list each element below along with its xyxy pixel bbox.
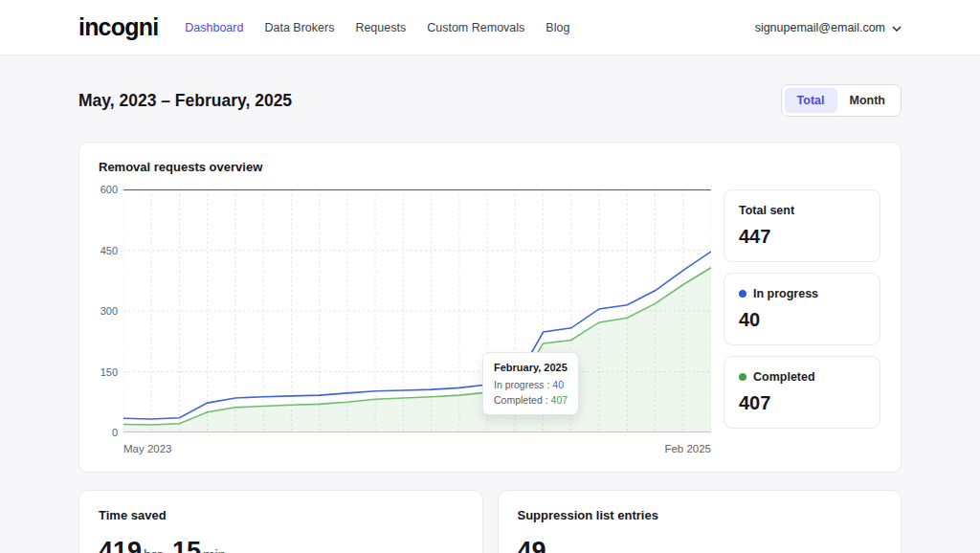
account-menu[interactable]: signupemail@email.com bbox=[755, 21, 902, 34]
removal-requests-chart[interactable] bbox=[123, 189, 711, 432]
stat-completed-value: 407 bbox=[739, 392, 865, 414]
y-tick-label: 600 bbox=[100, 184, 118, 195]
page-head: May, 2023 – February, 2025 Total Month bbox=[78, 84, 902, 117]
removal-requests-card: Removal requests overview 6004503001500 … bbox=[78, 142, 902, 473]
view-toggle: Total Month bbox=[781, 84, 902, 117]
chart-tooltip: February, 2025 In progress : 40 Complete… bbox=[482, 352, 579, 415]
y-tick-label: 0 bbox=[112, 427, 118, 438]
time-saved-hours-unit: hrs bbox=[144, 546, 164, 553]
chevron-down-icon bbox=[892, 21, 902, 34]
suppression-list-title: Suppression list entries bbox=[518, 508, 882, 522]
stat-total-sent-value: 447 bbox=[739, 226, 865, 248]
removal-requests-title: Removal requests overview bbox=[99, 160, 881, 174]
y-tick-label: 300 bbox=[100, 305, 118, 317]
y-tick-label: 450 bbox=[100, 245, 118, 256]
stat-in-progress-label: In progress bbox=[753, 287, 818, 300]
top-navbar: incogni Dashboard Data Brokers Requests … bbox=[0, 0, 980, 55]
time-saved-minutes-unit: min bbox=[203, 546, 226, 553]
nav-data-brokers[interactable]: Data Brokers bbox=[264, 21, 334, 34]
tooltip-in-progress-row: In progress : 40 bbox=[494, 379, 568, 390]
stat-completed: Completed 407 bbox=[724, 356, 880, 429]
x-label-start: May 2023 bbox=[123, 443, 172, 454]
tooltip-title: February, 2025 bbox=[494, 362, 568, 373]
completed-dot-icon bbox=[739, 373, 746, 381]
y-axis-labels: 6004503001500 bbox=[99, 184, 123, 438]
suppression-list-value: 49 bbox=[518, 537, 882, 553]
tooltip-completed-value: 407 bbox=[551, 394, 568, 406]
suppression-list-card: Suppression list entries 49 bbox=[498, 490, 902, 553]
page-title: May, 2023 – February, 2025 bbox=[78, 91, 292, 111]
x-label-end: Feb 2025 bbox=[664, 443, 711, 454]
stat-total-sent: Total sent 447 bbox=[724, 189, 880, 262]
time-saved-title: Time saved bbox=[99, 508, 463, 522]
time-saved-minutes: 15 bbox=[172, 537, 201, 553]
toggle-total-button[interactable]: Total bbox=[785, 88, 837, 113]
time-saved-hours: 419 bbox=[99, 537, 142, 553]
main-nav: Dashboard Data Brokers Requests Custom R… bbox=[185, 21, 569, 34]
tooltip-in-progress-value: 40 bbox=[552, 379, 564, 390]
bottom-cards: Time saved 419hrs15min Suppression list … bbox=[78, 490, 902, 553]
logo[interactable]: incogni bbox=[78, 13, 158, 41]
toggle-month-button[interactable]: Month bbox=[837, 88, 898, 113]
nav-custom-removals[interactable]: Custom Removals bbox=[427, 21, 524, 34]
stat-total-sent-label: Total sent bbox=[739, 204, 794, 217]
dashboard-page: May, 2023 – February, 2025 Total Month R… bbox=[78, 84, 902, 553]
stat-completed-label: Completed bbox=[753, 370, 815, 384]
chart-plot-area[interactable]: February, 2025 In progress : 40 Complete… bbox=[123, 189, 711, 432]
time-saved-value: 419hrs15min bbox=[99, 537, 463, 553]
chart-block: 6004503001500 February, 2025 In progress… bbox=[99, 189, 711, 454]
nav-blog[interactable]: Blog bbox=[546, 21, 569, 34]
stat-in-progress: In progress 40 bbox=[724, 273, 880, 345]
tooltip-completed-row: Completed : 407 bbox=[494, 394, 568, 406]
nav-requests[interactable]: Requests bbox=[355, 21, 406, 34]
chart-stats-column: Total sent 447 In progress 40 Completed bbox=[724, 189, 880, 454]
account-email: signupemail@email.com bbox=[755, 21, 885, 34]
y-tick-label: 150 bbox=[100, 366, 118, 378]
in-progress-dot-icon bbox=[739, 290, 746, 298]
time-saved-card: Time saved 419hrs15min bbox=[78, 490, 483, 553]
stat-in-progress-value: 40 bbox=[739, 309, 865, 331]
x-axis-labels: May 2023 Feb 2025 bbox=[123, 443, 711, 454]
nav-dashboard[interactable]: Dashboard bbox=[185, 21, 243, 34]
